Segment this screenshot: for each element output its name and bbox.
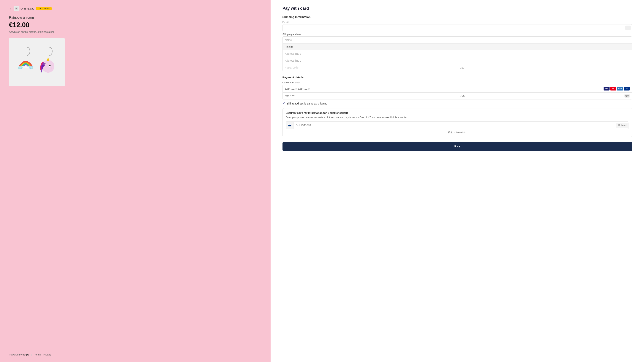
visa-icon: VISA — [604, 87, 610, 91]
shipping-address-group: Shipping address Finland Sweden Norway D… — [282, 33, 632, 71]
svg-point-1 — [16, 9, 16, 10]
svg-point-14 — [51, 68, 52, 69]
card-icons: VISA MC AMEX JCB — [604, 87, 630, 91]
cvc-input[interactable] — [460, 94, 624, 97]
postal-input[interactable] — [283, 64, 458, 71]
more-info-link[interactable]: More info — [456, 131, 466, 134]
left-panel: One hit KO TEST MODE Rainbow unicorn €12… — [0, 0, 270, 362]
link-brand: link — [448, 131, 453, 134]
svg-rect-7 — [19, 66, 32, 68]
phone-flag: 🇫🇮 — [286, 122, 294, 129]
name-input[interactable] — [283, 37, 632, 44]
billing-same-row: ✓ Billing address is same as shipping — [282, 102, 632, 105]
back-button[interactable] — [9, 7, 12, 10]
cvc-wrapper — [457, 93, 632, 99]
jcb-icon: JCB — [624, 87, 630, 91]
email-input-wrapper: ··· — [282, 24, 632, 31]
privacy-link[interactable]: Privacy — [43, 353, 51, 356]
payment-section-title: Payment details — [282, 76, 632, 79]
left-footer: Powered by stripe | Terms Privacy — [9, 353, 262, 356]
test-mode-badge: TEST MODE — [36, 7, 52, 10]
postal-city-row — [283, 64, 632, 71]
card-bottom-row — [283, 93, 632, 99]
right-panel: Pay with card Shipping information Email… — [270, 0, 644, 362]
phone-input-row: 🇫🇮 Optional — [286, 121, 629, 129]
card-info-block: VISA MC AMEX JCB — [282, 85, 632, 99]
store-icon — [14, 6, 19, 11]
pay-button[interactable]: Pay — [282, 142, 632, 151]
email-label: Email — [282, 21, 632, 24]
store-name: One hit KO — [20, 7, 34, 10]
shipping-address-label: Shipping address — [282, 33, 632, 36]
email-input[interactable] — [282, 24, 632, 31]
expiry-input[interactable] — [283, 93, 458, 99]
powered-by: Powered by stripe — [9, 353, 29, 356]
payment-section: Payment details Card information VISA MC… — [282, 76, 632, 151]
link-save-desc: Enter your phone number to create a Link… — [286, 115, 629, 119]
product-desc: Acrylic on shrink plastic, stainless ste… — [9, 30, 262, 33]
city-input[interactable] — [457, 64, 632, 71]
card-number-input[interactable] — [285, 87, 604, 90]
amex-icon: AMEX — [617, 87, 623, 91]
cvc-icon — [624, 94, 630, 98]
phone-input[interactable] — [294, 122, 616, 129]
billing-checkmark: ✓ — [282, 102, 285, 105]
powered-by-text: Powered by — [9, 353, 22, 356]
product-price: €12.00 — [9, 21, 262, 29]
address-line2-input[interactable] — [283, 57, 632, 64]
mastercard-icon: MC — [610, 87, 616, 91]
product-title: Rainbow unicorn — [9, 16, 262, 20]
svg-point-13 — [50, 65, 50, 66]
link-save-title: Securely save my information for 1-click… — [286, 111, 629, 114]
terms-link[interactable]: Terms — [34, 353, 40, 356]
page-title: Pay with card — [282, 6, 632, 11]
email-dots-button[interactable]: ··· — [625, 26, 630, 30]
link-footer: link · More info — [286, 131, 629, 134]
svg-rect-17 — [626, 96, 627, 97]
optional-badge[interactable]: Optional — [616, 123, 629, 128]
link-save-block: Securely save my information for 1-click… — [282, 108, 632, 137]
card-number-row: VISA MC AMEX JCB — [283, 85, 632, 93]
card-info-label: Card information — [282, 81, 632, 84]
svg-rect-16 — [625, 95, 629, 96]
breadcrumb: One hit KO TEST MODE — [9, 6, 262, 11]
link-dot: · — [454, 131, 455, 134]
email-group: Email ··· — [282, 21, 632, 31]
product-image — [9, 38, 65, 86]
shipping-section-title: Shipping information — [282, 15, 632, 19]
address-line1-input[interactable] — [283, 50, 632, 57]
billing-same-label: Billing address is same as shipping — [287, 102, 328, 105]
country-select[interactable]: Finland Sweden Norway Denmark Germany — [283, 44, 632, 50]
address-block: Finland Sweden Norway Denmark Germany — [282, 36, 632, 71]
footer-divider: | — [31, 353, 32, 356]
svg-point-2 — [17, 9, 17, 10]
svg-point-12 — [50, 65, 51, 66]
stripe-logo: stripe — [22, 353, 29, 356]
